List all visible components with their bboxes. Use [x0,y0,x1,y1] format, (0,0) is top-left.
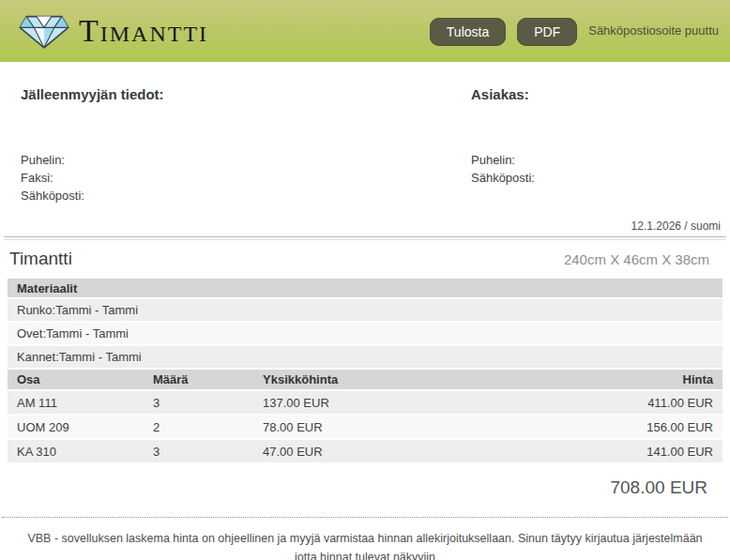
part-cell: AM 111 [17,396,153,410]
col-header-part: Osa [17,372,153,386]
brand-name: Timantti [79,15,208,47]
brand-logo: Timantti [19,8,208,53]
customer-email-label: Sähköposti: [471,169,730,187]
reseller-email-label: Sähköposti: [21,187,471,204]
contact-info-section: Jälleenmyyjän tiedot: Puhelin: Faksi: Sä… [0,86,730,204]
col-header-unit-price: Yksikköhinta [263,372,563,386]
material-row-ovet: Ovet:Tammi - Tammi [8,323,722,344]
total-price: 708.00 EUR [0,477,707,498]
parts-table-header-row: Osa Määrä Yksikköhinta Hinta [8,370,722,389]
material-row-runko: Runko:Tammi - Tammi [8,299,722,321]
reseller-title: Jälleenmyyjän tiedot: [21,86,471,102]
pdf-button[interactable]: PDF [517,18,577,46]
reseller-fax-label: Faksi: [21,169,471,187]
price-cell: 156.00 EUR [563,420,713,434]
materials-table: Materiaalit Runko:Tammi - Tammi Ovet:Tam… [8,279,722,462]
date-language-line: 12.1.2026 / suomi [0,219,721,233]
product-name: Timantti [9,249,72,269]
table-row: KA 310 3 47.00 EUR 141.00 EUR [8,440,722,462]
reseller-info-column: Jälleenmyyjän tiedot: Puhelin: Faksi: Sä… [0,86,471,204]
quote-content: Jälleenmyyjän tiedot: Puhelin: Faksi: Sä… [0,86,730,560]
table-row: UOM 209 2 78.00 EUR 156.00 EUR [8,416,722,438]
unit-price-cell: 137.00 EUR [263,396,563,410]
customer-phone-label: Puhelin: [471,151,730,169]
col-header-price: Hinta [563,372,713,386]
price-cell: 411.00 EUR [563,396,713,410]
material-row-kannet: Kannet:Tammi - Tammi [8,346,722,368]
diamond-icon [19,8,69,53]
customer-title: Asiakas: [471,86,730,102]
materials-header: Materiaalit [8,279,722,297]
part-cell: UOM 209 [17,420,153,434]
quantity-cell: 3 [153,445,263,459]
print-button[interactable]: Tulosta [430,18,506,46]
unit-price-cell: 47.00 EUR [263,445,563,459]
email-missing-warning: Sähköpostiosoite puuttu [588,18,722,38]
reseller-phone-label: Puhelin: [21,151,471,169]
unit-price-cell: 78.00 EUR [263,420,563,434]
part-cell: KA 310 [17,445,153,459]
price-cell: 141.00 EUR [563,445,713,459]
product-dimensions: 240cm X 46cm X 38cm [564,251,709,267]
disclaimer-text: VBB - sovelluksen laskema hinta on ohjee… [24,529,706,560]
table-row: AM 111 3 137.00 EUR 411.00 EUR [8,391,722,414]
col-header-quantity: Määrä [153,372,263,386]
customer-info-column: Asiakas: Puhelin: Sähköposti: [471,86,730,204]
quantity-cell: 3 [153,396,263,410]
product-header: Timantti 240cm X 46cm X 38cm [9,249,709,269]
section-divider [4,236,726,240]
footer-divider [2,517,728,518]
app-header: Timantti Tulosta PDF Sähköpostiosoite pu… [0,0,730,62]
quantity-cell: 2 [153,420,263,434]
